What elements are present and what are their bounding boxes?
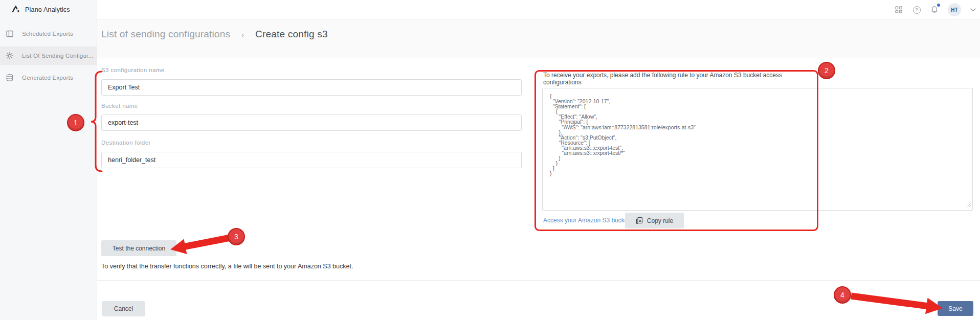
breadcrumb: List of sending configurations › Create … xyxy=(101,29,328,40)
brand-name: Piano Analytics xyxy=(25,6,70,13)
s3-config-name-input[interactable] xyxy=(101,79,522,96)
copy-icon xyxy=(636,217,643,224)
copy-rule-label: Copy rule xyxy=(647,217,673,224)
sidebar-item-scheduled-exports[interactable]: Scheduled Exports xyxy=(0,25,97,43)
breadcrumb-separator: › xyxy=(241,30,244,39)
sidebar-item-generated-exports[interactable]: Generated Exports xyxy=(0,68,97,87)
destination-folder-label: Destination folder xyxy=(101,140,151,146)
annotation-step-2: 2 xyxy=(818,62,835,79)
rule-instruction-text: To receive your exports, please add the … xyxy=(543,72,814,86)
breadcrumb-band: List of sending configurations › Create … xyxy=(97,19,980,58)
layout-panel-icon xyxy=(6,30,14,38)
s3-config-name-label: S3 configuration name xyxy=(101,67,164,73)
annotation-arrow-save-button xyxy=(851,293,943,314)
annotation-step-3: 3 xyxy=(228,228,245,245)
database-icon xyxy=(6,74,14,82)
rule-code-text: { "Version": "2012-10-17", "Statement": … xyxy=(543,88,972,181)
avatar[interactable]: HT xyxy=(948,3,961,16)
footer-divider xyxy=(97,280,980,281)
brand-logo[interactable]: Piano Analytics xyxy=(0,0,97,19)
sidebar-item-label: Generated Exports xyxy=(22,75,73,81)
sidebar-item-label: List Of Sending Configur... xyxy=(22,53,94,59)
annotation-step-4: 4 xyxy=(834,286,851,304)
notification-dot xyxy=(937,4,940,7)
resize-handle-icon[interactable] xyxy=(966,200,971,209)
top-header: ? HT xyxy=(97,0,980,19)
sidebar: Piano Analytics Scheduled Exports List O… xyxy=(0,0,97,320)
piano-analytics-logo-icon xyxy=(11,4,20,15)
save-button[interactable]: Save xyxy=(938,301,973,316)
apps-grid-icon[interactable] xyxy=(894,5,903,14)
sidebar-item-list-of-sending-configurations[interactable]: List Of Sending Configur... xyxy=(0,47,97,65)
gear-icon xyxy=(6,52,14,60)
annotation-arrow-test-button xyxy=(170,235,231,254)
destination-folder-input[interactable] xyxy=(101,152,522,168)
page-title: Create config s3 xyxy=(255,29,328,40)
help-icon[interactable]: ? xyxy=(912,5,921,14)
notifications-bell-icon[interactable] xyxy=(930,5,939,14)
transfer-helper-text: To verify that the transfer functions co… xyxy=(101,263,353,270)
bucket-name-input[interactable] xyxy=(101,115,522,131)
access-s3-bucket-link[interactable]: Access your Amazon S3 bucket xyxy=(543,217,630,224)
bucket-name-label: Bucket name xyxy=(101,103,138,109)
chevron-down-icon[interactable] xyxy=(970,5,976,14)
cancel-button[interactable]: Cancel xyxy=(102,301,145,316)
sidebar-item-label: Scheduled Exports xyxy=(22,31,73,37)
copy-rule-button[interactable]: Copy rule xyxy=(625,213,684,228)
breadcrumb-parent-link[interactable]: List of sending configurations xyxy=(101,29,230,40)
rule-code-textarea[interactable]: { "Version": "2012-10-17", "Statement": … xyxy=(542,88,973,211)
test-connection-button[interactable]: Test the connection xyxy=(101,240,176,256)
